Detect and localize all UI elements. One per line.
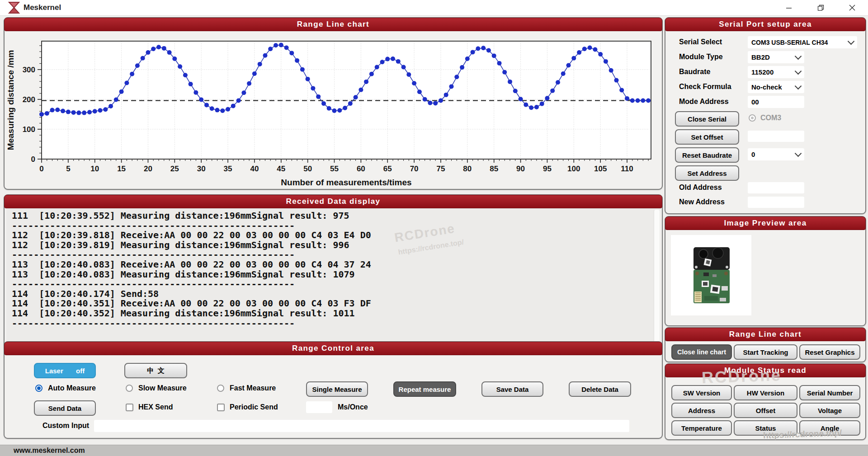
received-panel-header: Received Data display [4,195,662,208]
chart-panel-header: Range Line chart [4,18,662,31]
sw-version-button[interactable]: SW Version [671,385,732,400]
period-ms-input[interactable] [310,404,329,411]
module-type-value: BB2D [751,53,770,61]
module-type-dropdown[interactable]: BB2D [748,51,804,63]
com3-label: COM3 [760,114,781,122]
old-address-field[interactable] [748,182,804,193]
com3-radio[interactable] [749,114,756,122]
log-separator: ----------------------------------------… [6,279,660,289]
set-offset-button[interactable]: Set Offset [675,129,739,145]
titlebar: Meskernel [0,0,868,16]
control-panel-title: Range Control area [292,344,374,353]
image-preview-panel: Image Preview area [665,216,866,326]
offset-input[interactable] [751,132,801,140]
app-logo-icon [8,2,20,14]
svg-text:15: 15 [117,165,126,173]
hw-version-button[interactable]: HW Version [734,385,797,400]
fast-measure-radio[interactable] [217,385,224,392]
hex-send-checkbox[interactable] [126,404,133,411]
period-ms-field[interactable] [306,401,332,413]
new-address-input[interactable] [751,198,801,206]
start-tracking-button[interactable]: Start Tracking [734,344,797,360]
laser-toggle-button[interactable]: Laser off [34,363,96,378]
offset-field[interactable] [748,131,804,142]
svg-text:55: 55 [330,165,339,173]
module-type-label: Module Type [679,53,723,61]
restore-icon [817,5,824,11]
serial-port-panel: Serial Port setup area Serial Select COM… [665,17,866,214]
mode-address-field[interactable] [748,96,804,108]
svg-text:45: 45 [277,165,285,173]
control-panel-header: Range Control area [4,342,662,355]
language-toggle-button[interactable]: 中 文 [124,363,187,378]
repeat-measure-button[interactable]: Repeat measure [393,381,456,397]
check-formula-value: No-check [751,83,782,91]
range-control-panel: Range Control area Laser off 中 文 Auto Me… [4,341,663,439]
svg-text:20: 20 [144,165,152,173]
chevron-down-icon [848,38,855,45]
delete-data-button[interactable]: Delete Data [569,381,631,397]
module-panel-title: Module Status read [724,366,807,375]
reset-graphics-button[interactable]: Reset Graphics [799,344,860,360]
linechart-control-panel: Range Line chart Close line chart Start … [665,327,866,362]
check-formula-dropdown[interactable]: No-check [748,81,804,93]
log-line: 112 [10:20:39.819] Measuring distance:19… [6,240,660,250]
svg-text:95: 95 [543,165,552,173]
set-address-button[interactable]: Set Address [675,165,739,181]
reset-baudrate-button[interactable]: Reset Baudrate [675,147,739,163]
custom-input-field[interactable] [94,420,629,432]
received-panel-title: Received Data display [286,197,381,206]
log-line: 113 [10:20:40.083] Measuring distance:19… [6,270,660,280]
linechart-panel-header: Range Line chart [665,328,866,341]
image-panel-title: Image Preview area [724,219,807,228]
baudrate-value: 115200 [751,68,774,76]
auto-measure-radio[interactable] [35,385,42,392]
voltage-button[interactable]: Voltage [799,403,860,418]
old-address-input[interactable] [751,184,801,192]
measuring-distance-line-chart: 0510152025303540455055606570758085909510… [5,31,660,187]
svg-text:0: 0 [39,165,43,173]
log-separator: ----------------------------------------… [6,221,660,231]
close-serial-button[interactable]: Close Serial [675,111,739,127]
close-button[interactable] [842,0,863,15]
periodic-send-checkbox[interactable] [217,404,225,411]
slow-measure-radio[interactable] [126,385,133,392]
angle-button[interactable]: Angle [799,420,860,436]
baudrate-dropdown[interactable]: 115200 [748,66,804,78]
send-data-button[interactable]: Send Data [34,400,96,416]
ms-once-label: Ms/Once [338,403,368,411]
statusbar-text: www.meskernel.com [14,447,85,455]
minimize-button[interactable] [778,0,799,15]
single-measure-button[interactable]: Single Measure [306,381,368,397]
received-data-log[interactable]: 111 [10:20:39.552] Measuring distance:19… [6,209,660,349]
custom-input-label: Custom Input [42,422,89,430]
log-line: 114 [10:20:40.351] Receive:AA 00 00 22 0… [6,299,660,309]
chevron-down-icon [795,150,802,157]
log-line: 111 [10:20:39.552] Measuring distance:19… [6,211,660,221]
chevron-down-icon [795,68,802,75]
svg-text:30: 30 [197,165,206,173]
received-data-panel: Received Data display 111 [10:20:39.552]… [4,194,663,352]
statusbar: www.meskernel.com [0,445,868,456]
svg-text:100: 100 [567,165,580,173]
log-scrollbar[interactable] [654,210,660,348]
linechart-panel-title: Range Line chart [729,330,802,339]
mode-address-input[interactable] [751,98,801,106]
serial-number-button[interactable]: Serial Number [799,385,860,400]
window-title: Meskernel [24,3,61,12]
check-formula-label: Check Formula [679,83,731,91]
reset-baudrate-dropdown[interactable]: 0 [748,148,804,160]
hex-send-label: HEX Send [138,403,173,411]
serial-select-dropdown[interactable]: COM3 USB-SERIAL CH34 [748,36,857,48]
new-address-field[interactable] [748,197,804,208]
custom-input[interactable] [98,422,626,430]
restore-button[interactable] [810,0,831,15]
address-button[interactable]: Address [671,403,732,418]
status-button[interactable]: Status [734,420,797,436]
temperature-button[interactable]: Temperature [671,420,732,436]
save-data-button[interactable]: Save Data [481,381,543,397]
offset-button[interactable]: Offset [734,403,797,418]
svg-text:60: 60 [357,165,365,173]
close-line-chart-button[interactable]: Close line chart [671,344,732,360]
svg-text:Measuring distance /mm: Measuring distance /mm [6,50,15,150]
